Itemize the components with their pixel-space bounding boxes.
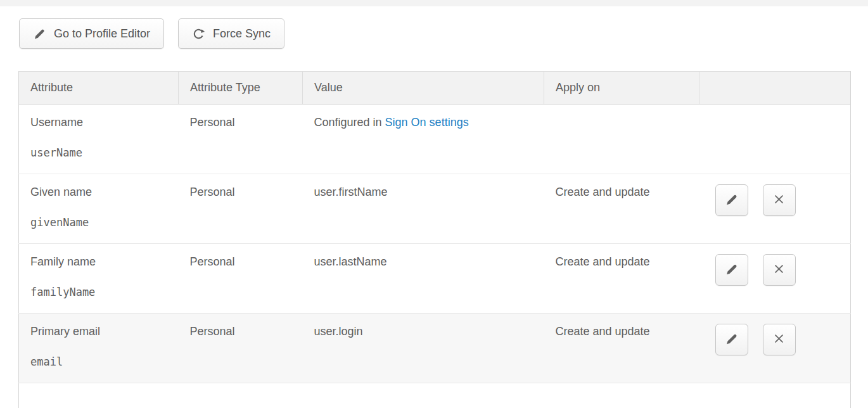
pencil-icon	[33, 27, 46, 41]
x-icon	[772, 332, 786, 347]
go-to-profile-editor-label: Go to Profile Editor	[54, 27, 150, 41]
attribute-label: Primary email	[30, 325, 167, 339]
value-cell: Configured in Sign On settings	[303, 105, 544, 174]
attribute-label: Username	[30, 116, 167, 130]
toolbar: Go to Profile Editor Force Sync	[19, 18, 868, 49]
apply-on-cell: Create and update	[544, 174, 699, 244]
table-row-primary-email: Primary email email Personal user.login …	[19, 314, 851, 383]
sign-on-settings-link[interactable]: Sign On settings	[385, 116, 469, 129]
delete-attribute-button[interactable]	[763, 324, 796, 355]
attribute-mappings-table: Attribute Attribute Type Value Apply on …	[18, 71, 851, 408]
column-header-apply-on: Apply on	[544, 72, 699, 105]
attribute-variable-name: userName	[30, 146, 167, 159]
pencil-icon	[725, 193, 739, 208]
edit-attribute-button[interactable]	[715, 184, 748, 216]
apply-on-cell: Create and update	[544, 244, 699, 314]
table-row-username: Username userName Personal Configured in…	[19, 105, 851, 174]
actions-cell	[699, 244, 851, 314]
force-sync-label: Force Sync	[213, 27, 271, 41]
column-header-attribute: Attribute	[19, 72, 179, 105]
top-strip	[0, 0, 868, 6]
attribute-variable-name: email	[30, 355, 167, 368]
table-row-given-name: Given name givenName Personal user.first…	[19, 174, 851, 244]
pencil-icon	[725, 332, 739, 348]
actions-cell	[699, 105, 851, 174]
attribute-cell: Primary email email	[19, 314, 179, 383]
actions-cell	[699, 314, 851, 383]
attribute-cell: Username userName	[19, 105, 179, 174]
attribute-cell: Given name givenName	[19, 174, 179, 244]
apply-on-cell: Create and update	[544, 314, 699, 383]
value-cell: user.login	[303, 314, 544, 383]
edit-attribute-button[interactable]	[715, 254, 748, 286]
table-row-family-name: Family name familyName Personal user.las…	[19, 244, 851, 314]
delete-attribute-button[interactable]	[763, 254, 796, 286]
attribute-type-cell: Personal	[179, 244, 303, 314]
pencil-icon	[725, 262, 739, 278]
empty-cell	[19, 383, 851, 408]
attribute-label: Given name	[30, 186, 167, 200]
value-cell: user.firstName	[303, 174, 544, 244]
force-sync-button[interactable]: Force Sync	[178, 18, 284, 49]
attribute-label: Family name	[30, 255, 167, 269]
x-icon	[772, 193, 786, 208]
attribute-type-cell: Personal	[179, 314, 303, 383]
x-icon	[772, 262, 786, 277]
attribute-variable-name: givenName	[30, 216, 167, 229]
attribute-cell: Family name familyName	[19, 244, 179, 314]
table-row-empty	[19, 383, 851, 408]
column-header-value: Value	[303, 72, 544, 105]
column-header-actions	[699, 72, 851, 105]
attribute-type-cell: Personal	[179, 105, 303, 174]
edit-attribute-button[interactable]	[715, 324, 748, 355]
column-header-attribute-type: Attribute Type	[179, 72, 303, 105]
attribute-variable-name: familyName	[30, 286, 167, 298]
apply-on-cell	[544, 105, 699, 174]
value-cell: user.lastName	[303, 244, 544, 314]
value-text: Configured in	[314, 116, 385, 129]
go-to-profile-editor-button[interactable]: Go to Profile Editor	[19, 18, 164, 49]
delete-attribute-button[interactable]	[763, 184, 796, 216]
table-header-row: Attribute Attribute Type Value Apply on	[19, 72, 851, 105]
sync-icon	[192, 27, 205, 41]
attribute-type-cell: Personal	[179, 174, 303, 244]
actions-cell	[699, 174, 851, 244]
